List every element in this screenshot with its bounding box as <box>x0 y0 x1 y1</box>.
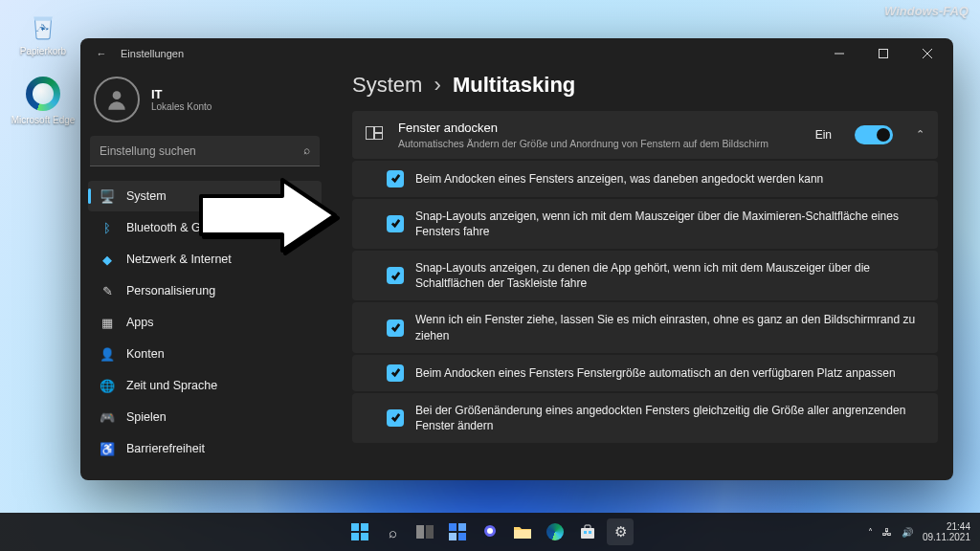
nav-label: Bluetooth & Geräte <box>126 221 228 234</box>
snap-option-2[interactable]: Snap-Layouts anzeigen, zu denen die App … <box>352 251 938 300</box>
sidebar: IT Lokales Konto ⌕ 🖥️SystemᛒBluetooth & … <box>80 69 329 480</box>
nav-icon: ▦ <box>100 315 115 330</box>
taskbar: ⌕ ⚙ ˄ 🖧 🔊 21:44 09.11.2021 <box>0 513 980 551</box>
desktop-icon-label: Microsoft Edge <box>10 115 77 125</box>
svg-rect-8 <box>361 533 368 540</box>
taskbar-settings-icon[interactable]: ⚙ <box>607 518 634 545</box>
explorer-icon[interactable] <box>509 518 536 545</box>
svg-rect-6 <box>361 523 368 531</box>
svg-rect-2 <box>367 127 374 140</box>
svg-rect-13 <box>449 533 457 540</box>
task-view-icon[interactable] <box>412 518 438 545</box>
chevron-right-icon: › <box>434 73 440 97</box>
snap-options: Beim Andocken eines Fensters anzeigen, w… <box>352 161 938 444</box>
tray-volume-icon[interactable]: 🔊 <box>902 527 913 538</box>
toggle-label: Ein <box>815 128 832 142</box>
sidebar-item-spielen[interactable]: 🎮Spielen <box>88 402 322 432</box>
start-button[interactable] <box>346 518 373 545</box>
nav-label: Netzwerk & Internet <box>126 253 232 266</box>
breadcrumb-current: Multitasking <box>453 73 575 97</box>
minimize-button[interactable] <box>817 38 861 69</box>
profile-sub: Lokales Konto <box>151 101 212 112</box>
snap-windows-panel[interactable]: Fenster andocken Automatisches Ändern de… <box>352 111 938 159</box>
svg-rect-7 <box>351 533 359 540</box>
settings-window: ← Einstellungen IT Lokales Konto ⌕ 🖥️Sys… <box>80 38 953 480</box>
nav: 🖥️SystemᛒBluetooth & Geräte◆Netzwerk & I… <box>88 180 322 480</box>
tray-chevron-icon[interactable]: ˄ <box>868 527 873 538</box>
nav-label: System <box>126 189 167 203</box>
search-icon: ⌕ <box>303 143 310 157</box>
nav-label: Konten <box>126 347 165 361</box>
svg-point-1 <box>113 91 122 99</box>
avatar-icon <box>94 77 140 122</box>
checkbox-icon[interactable] <box>387 364 404 382</box>
watermark: Windows-FAQ <box>884 4 969 18</box>
option-label: Snap-Layouts anzeigen, wenn ich mit dem … <box>415 209 926 239</box>
checkbox-icon[interactable] <box>387 170 404 187</box>
svg-rect-21 <box>589 531 591 534</box>
snap-toggle[interactable] <box>855 125 893 144</box>
option-label: Beim Andocken eines Fensters anzeigen, w… <box>415 171 823 187</box>
checkbox-icon[interactable] <box>387 215 404 232</box>
sidebar-item-barrierefreiheit[interactable]: ♿Barrierefreiheit <box>88 433 322 464</box>
snap-option-4[interactable]: Beim Andocken eines Fensters Fenstergröß… <box>352 355 938 391</box>
snap-icon <box>366 126 385 143</box>
store-icon[interactable] <box>574 518 601 545</box>
search-input[interactable] <box>90 136 320 166</box>
chevron-up-icon[interactable]: ⌃ <box>916 128 924 141</box>
nav-icon: 🌐 <box>100 378 115 393</box>
checkbox-icon[interactable] <box>387 409 404 427</box>
nav-label: Spielen <box>126 410 167 424</box>
nav-icon: ✎ <box>100 283 115 298</box>
sidebar-item-konten[interactable]: 👤Konten <box>88 339 322 369</box>
nav-icon: 🎮 <box>100 409 115 425</box>
chat-icon[interactable] <box>477 518 503 545</box>
taskbar-clock[interactable]: 21:44 09.11.2021 <box>923 521 970 543</box>
svg-rect-3 <box>375 127 383 133</box>
nav-icon: ◆ <box>100 252 115 267</box>
close-button[interactable] <box>905 38 949 69</box>
desktop-icon-recycle[interactable]: Papierkorb <box>10 8 77 56</box>
nav-icon: 🖥️ <box>100 188 115 204</box>
snap-option-3[interactable]: Wenn ich ein Fenster ziehe, lassen Sie e… <box>352 302 938 352</box>
sidebar-item-netzwerk-internet[interactable]: ◆Netzwerk & Internet <box>88 244 322 275</box>
back-button[interactable]: ← <box>94 48 109 59</box>
sidebar-item-zeit-und-sprache[interactable]: 🌐Zeit und Sprache <box>88 370 322 401</box>
sidebar-item-personalisierung[interactable]: ✎Personalisierung <box>88 276 322 306</box>
nav-label: Zeit und Sprache <box>126 379 217 392</box>
tray-network-icon[interactable]: 🖧 <box>882 527 892 538</box>
svg-rect-10 <box>426 525 434 539</box>
main: System › Multitasking Fenster andocken A… <box>329 69 953 480</box>
nav-label: Apps <box>126 316 154 329</box>
sidebar-item-system[interactable]: 🖥️System <box>88 181 322 211</box>
nav-label: Barrierefreiheit <box>126 442 205 455</box>
maximize-button[interactable] <box>861 38 905 69</box>
option-label: Bei der Größenänderung eines angedockten… <box>415 403 926 433</box>
widgets-icon[interactable] <box>444 518 471 545</box>
nav-icon: ♿ <box>100 441 115 456</box>
svg-rect-11 <box>449 523 457 531</box>
svg-rect-14 <box>458 533 466 540</box>
breadcrumb-parent[interactable]: System <box>352 73 422 97</box>
settings-scroll[interactable]: Fenster andocken Automatisches Ändern de… <box>352 111 946 473</box>
taskbar-edge-icon[interactable] <box>542 518 568 545</box>
profile-name: IT <box>151 87 212 101</box>
panel-title: Fenster andocken <box>398 121 768 136</box>
svg-rect-9 <box>416 525 424 539</box>
taskbar-search-icon[interactable]: ⌕ <box>379 518 406 545</box>
checkbox-icon[interactable] <box>387 267 404 284</box>
snap-option-5[interactable]: Bei der Größenänderung eines angedockten… <box>352 393 938 443</box>
snap-option-1[interactable]: Snap-Layouts anzeigen, wenn ich mit dem … <box>352 199 938 249</box>
titlebar: ← Einstellungen <box>80 38 953 69</box>
svg-rect-4 <box>375 134 383 140</box>
profile[interactable]: IT Lokales Konto <box>88 73 322 136</box>
checkbox-icon[interactable] <box>387 320 404 337</box>
snap-option-0[interactable]: Beim Andocken eines Fensters anzeigen, w… <box>352 161 938 197</box>
sidebar-item-bluetooth-ger-te[interactable]: ᛒBluetooth & Geräte <box>88 212 322 243</box>
clock-date: 09.11.2021 <box>923 532 970 543</box>
desktop-icon-edge[interactable]: Microsoft Edge <box>10 77 77 125</box>
panel-subtitle: Automatisches Ändern der Größe und Anord… <box>398 138 768 149</box>
svg-rect-17 <box>514 530 531 539</box>
clock-time: 21:44 <box>923 521 970 533</box>
sidebar-item-apps[interactable]: ▦Apps <box>88 307 322 338</box>
